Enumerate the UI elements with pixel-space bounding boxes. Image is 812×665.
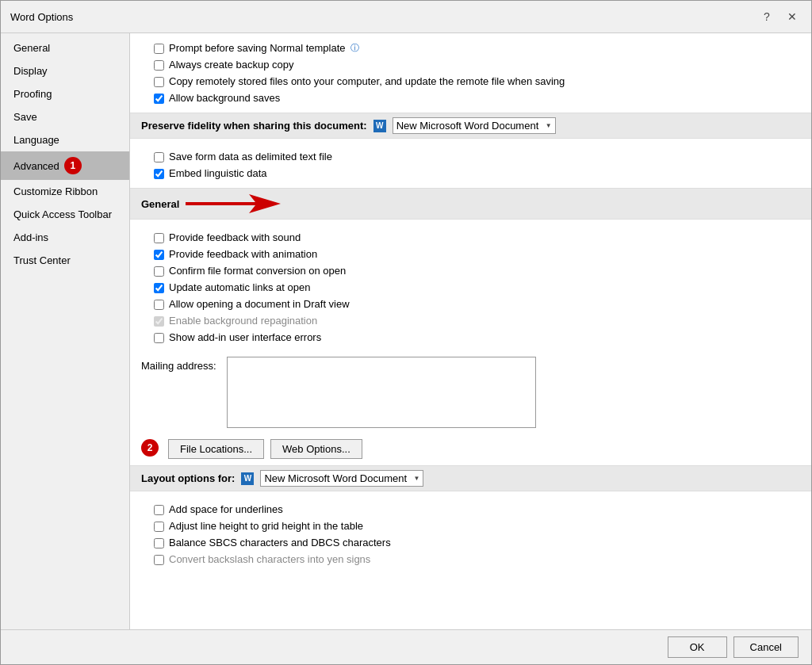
checkbox-add-space-underlines: Add space for underlines — [143, 501, 799, 518]
preserve-doc-select[interactable]: New Microsoft Word Document — [393, 117, 556, 134]
close-button[interactable]: ✕ — [783, 7, 802, 26]
checkbox-adjust-line-height: Adjust line height to grid height in the… — [143, 518, 799, 534]
sidebar-item-quick-access[interactable]: Quick Access Toolbar — [1, 203, 129, 226]
general-section-header: General — [130, 188, 811, 220]
arrow-container: General — [141, 193, 281, 215]
checkbox-enable-background: Enable background repagination — [143, 312, 799, 329]
general-checkboxes: Provide feedback with sound Provide feed… — [130, 223, 811, 352]
annotation-badge-2: 2 — [141, 439, 159, 457]
sidebar-item-advanced[interactable]: Advanced 1 — [1, 151, 129, 180]
action-buttons-row: 2 File Locations... Web Options... — [130, 433, 811, 465]
checkbox-more-layout-input[interactable] — [154, 555, 164, 565]
checkbox-balance-sbcs: Balance SBCS characters and DBCS charact… — [143, 534, 799, 551]
svg-marker-0 — [186, 194, 281, 213]
sidebar: General Display Proofing Save Language A… — [1, 33, 130, 629]
dialog-body: General Display Proofing Save Language A… — [1, 33, 811, 629]
layout-checkboxes: Add space for underlines Adjust line hei… — [130, 495, 811, 574]
checkbox-confirm-file-format-input[interactable] — [154, 266, 164, 277]
title-bar: Word Options ? ✕ — [1, 1, 811, 33]
title-bar-controls: ? ✕ — [757, 7, 802, 26]
checkbox-feedback-sound: Provide feedback with sound — [143, 229, 799, 246]
help-button[interactable]: ? — [757, 7, 776, 26]
layout-section-header: Layout options for: W New Microsoft Word… — [130, 465, 811, 491]
cancel-button[interactable]: Cancel — [733, 636, 799, 658]
mailing-address-input[interactable] — [227, 357, 536, 428]
checkbox-balance-sbcs-input[interactable] — [154, 538, 164, 548]
sidebar-item-proofing[interactable]: Proofing — [1, 82, 129, 105]
checkbox-save-form-data: Save form data as delimited text file — [143, 148, 799, 165]
checkbox-add-space-underlines-input[interactable] — [154, 505, 164, 515]
dialog-title: Word Options — [10, 11, 73, 23]
checkbox-backup-copy-input[interactable] — [154, 60, 164, 71]
checkbox-copy-remote-input[interactable] — [154, 77, 164, 87]
layout-doc-select-wrapper[interactable]: New Microsoft Word Document — [260, 470, 423, 487]
file-locations-button[interactable]: File Locations... — [168, 439, 264, 459]
title-bar-left: Word Options — [10, 11, 73, 23]
checkbox-confirm-file-format: Confirm file format conversion on open — [143, 262, 799, 279]
top-checkboxes-section: Prompt before saving Normal template ⓘ A… — [130, 33, 811, 113]
checkbox-embed-linguistic-input[interactable] — [154, 169, 164, 179]
sidebar-item-customize-ribbon[interactable]: Customize Ribbon — [1, 180, 129, 203]
content-area: Prompt before saving Normal template ⓘ A… — [130, 33, 811, 629]
checkbox-copy-remote: Copy remotely stored files onto your com… — [143, 73, 799, 90]
sidebar-item-display[interactable]: Display — [1, 59, 129, 82]
checkbox-update-links-input[interactable] — [154, 283, 164, 293]
content-scroll: Prompt before saving Normal template ⓘ A… — [130, 33, 811, 629]
sidebar-item-general[interactable]: General — [1, 36, 129, 59]
checkbox-save-form-data-input[interactable] — [154, 152, 164, 162]
checkbox-show-addin-errors: Show add-in user interface errors — [143, 329, 799, 346]
checkbox-allow-draft: Allow opening a document in Draft view — [143, 296, 799, 312]
annotation-badge-1: 1 — [64, 157, 82, 174]
word-options-dialog: Word Options ? ✕ General Display Proofin… — [0, 0, 812, 665]
red-arrow-icon — [186, 193, 281, 215]
sidebar-item-trust-center[interactable]: Trust Center — [1, 249, 129, 272]
web-options-button[interactable]: Web Options... — [270, 439, 362, 459]
dialog-footer: OK Cancel — [1, 629, 811, 664]
checkbox-update-links: Update automatic links at open — [143, 279, 799, 296]
sidebar-item-language[interactable]: Language — [1, 128, 129, 151]
checkbox-feedback-sound-input[interactable] — [154, 233, 164, 243]
checkbox-enable-background-input — [154, 316, 164, 327]
checkbox-show-addin-errors-input[interactable] — [154, 333, 164, 343]
checkbox-feedback-animation-input[interactable] — [154, 250, 164, 260]
checkbox-allow-background: Allow background saves — [143, 90, 799, 106]
layout-doc-select[interactable]: New Microsoft Word Document — [260, 470, 423, 487]
preserve-section-header: Preserve fidelity when sharing this docu… — [130, 113, 811, 139]
checkbox-prompt-saving: Prompt before saving Normal template ⓘ — [143, 40, 799, 56]
preserve-doc-select-wrapper[interactable]: New Microsoft Word Document — [393, 117, 556, 134]
layout-doc-icon: W — [241, 472, 254, 485]
checkbox-prompt-saving-input[interactable] — [154, 44, 164, 54]
sidebar-item-save[interactable]: Save — [1, 105, 129, 128]
mailing-address-row: Mailing address: — [130, 352, 811, 433]
checkbox-more-layout: Convert backslash characters into yen si… — [143, 551, 799, 568]
checkbox-allow-background-input[interactable] — [154, 94, 164, 104]
checkbox-feedback-animation: Provide feedback with animation — [143, 246, 799, 262]
checkbox-backup-copy: Always create backup copy — [143, 56, 799, 73]
sidebar-item-add-ins[interactable]: Add-ins — [1, 226, 129, 249]
checkbox-allow-draft-input[interactable] — [154, 300, 164, 310]
preserve-checkboxes: Save form data as delimited text file Em… — [130, 142, 811, 188]
preserve-doc-icon: W — [373, 120, 386, 132]
checkbox-adjust-line-height-input[interactable] — [154, 522, 164, 532]
checkbox-embed-linguistic: Embed linguistic data — [143, 165, 799, 182]
ok-button[interactable]: OK — [668, 636, 727, 658]
